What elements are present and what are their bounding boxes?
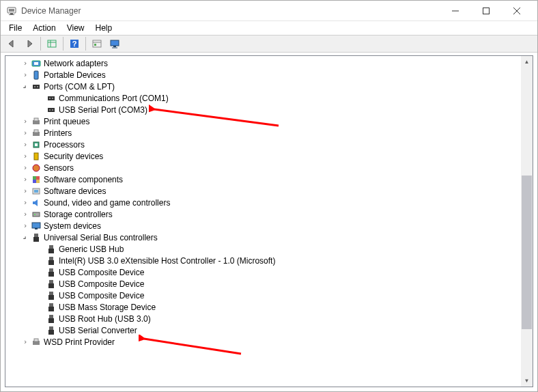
tree-node-portable-devices[interactable]: › Portable Devices <box>5 69 521 81</box>
tree-node-software-devices[interactable]: › Software devices <box>5 185 521 197</box>
svg-rect-42 <box>36 180 40 183</box>
scroll-track[interactable] <box>521 68 533 375</box>
svg-rect-62 <box>48 307 54 311</box>
svg-rect-40 <box>36 176 40 180</box>
network-icon <box>31 58 42 69</box>
svg-rect-1 <box>9 9 14 12</box>
expand-icon[interactable]: › <box>20 128 30 138</box>
expand-icon[interactable]: › <box>20 163 30 173</box>
help-button[interactable]: ? <box>66 36 83 51</box>
maximize-button[interactable] <box>470 1 501 20</box>
svg-rect-64 <box>48 318 54 323</box>
tree-node-usb-controllers[interactable]: › Universal Serial Bus controllers <box>5 232 521 243</box>
device-tree[interactable]: › Network adapters › Portable Devices › … <box>5 56 521 387</box>
toolbar-separator <box>85 37 86 51</box>
svg-rect-32 <box>34 118 38 121</box>
svg-rect-15 <box>94 44 96 46</box>
printer-icon <box>31 337 42 348</box>
show-hide-tree-button[interactable] <box>44 36 60 51</box>
tree-node-software-components[interactable]: › Software components <box>5 173 521 185</box>
svg-rect-60 <box>48 295 54 300</box>
tree-node-usb-serial-converter[interactable]: · USB Serial Converter <box>5 324 521 336</box>
expand-icon[interactable]: › <box>20 186 30 196</box>
svg-rect-22 <box>33 85 40 89</box>
node-label: Processors <box>44 140 85 150</box>
tree-panel: › Network adapters › Portable Devices › … <box>5 55 533 387</box>
node-label: Sound, video and game controllers <box>44 198 170 208</box>
scroll-down-button[interactable]: ▼ <box>521 375 533 387</box>
expand-icon[interactable]: › <box>20 70 30 80</box>
tree-node-generic-hub[interactable]: · Generic USB Hub <box>5 243 521 255</box>
menu-file[interactable]: File <box>3 22 27 34</box>
node-label: Printers <box>44 128 72 138</box>
expand-icon[interactable]: › <box>20 140 30 150</box>
tree-node-usb-composite1[interactable]: · USB Composite Device <box>5 266 521 278</box>
expand-icon[interactable]: › <box>20 175 30 184</box>
node-label: Generic USB Hub <box>59 244 124 254</box>
tree-node-printers[interactable]: › Printers <box>5 127 521 139</box>
tree-node-wsd[interactable]: › WSD Print Provider <box>5 336 521 348</box>
svg-rect-17 <box>113 46 116 47</box>
tree-node-storage-controllers[interactable]: › Storage controllers <box>5 208 521 220</box>
collapse-icon[interactable]: › <box>18 80 32 94</box>
expand-icon[interactable]: › <box>20 198 30 208</box>
expand-icon[interactable]: › <box>20 152 30 161</box>
node-label: Communications Port (COM1) <box>59 94 169 103</box>
svg-rect-49 <box>34 234 38 237</box>
scroll-thumb[interactable] <box>522 176 532 329</box>
tree-node-usb-mass-storage[interactable]: · USB Mass Storage Device <box>5 301 521 313</box>
tree-node-usb-composite3[interactable]: · USB Composite Device <box>5 290 521 301</box>
close-button[interactable] <box>501 1 532 20</box>
node-label: Security devices <box>44 152 103 161</box>
svg-rect-25 <box>48 96 55 100</box>
menu-help[interactable]: Help <box>90 22 118 34</box>
tree-node-print-queues[interactable]: › Print queues <box>5 115 521 127</box>
tree-node-ports[interactable]: › Ports (COM & LPT) <box>5 81 521 92</box>
sensor-icon <box>31 163 42 173</box>
menu-view[interactable]: View <box>61 22 90 34</box>
node-label: Storage controllers <box>44 210 113 219</box>
storage-icon <box>31 209 42 220</box>
node-label: Universal Serial Bus controllers <box>44 233 158 242</box>
node-label: USB Mass Storage Device <box>59 303 156 312</box>
tree-node-security-devices[interactable]: › Security devices <box>5 150 521 162</box>
system-icon <box>31 221 42 232</box>
minimize-button[interactable] <box>440 1 470 20</box>
tree-node-usb-serial-port[interactable]: · USB Serial Port (COM3) <box>5 104 521 115</box>
expand-icon[interactable]: › <box>20 221 30 231</box>
svg-point-46 <box>34 214 36 215</box>
tree-node-usb-root-hub[interactable]: · USB Root Hub (USB 3.0) <box>5 313 521 324</box>
tree-node-system-devices[interactable]: › System devices <box>5 220 521 232</box>
tree-node-processors[interactable]: › Processors <box>5 139 521 150</box>
node-label: Software components <box>44 175 123 184</box>
expand-icon[interactable]: › <box>20 59 30 68</box>
port-icon <box>46 104 57 115</box>
scroll-up-button[interactable]: ▲ <box>521 56 533 68</box>
node-label: USB Composite Device <box>59 291 144 300</box>
software-icon <box>31 174 42 185</box>
svg-point-24 <box>37 86 38 87</box>
tree-node-intel-xhci[interactable]: · Intel(R) USB 3.0 eXtensible Host Contr… <box>5 255 521 266</box>
back-button[interactable] <box>3 36 20 51</box>
tree-node-com-port[interactable]: · Communications Port (COM1) <box>5 92 521 104</box>
menu-action[interactable]: Action <box>27 22 61 34</box>
node-label: Network adapters <box>44 59 108 68</box>
collapse-icon[interactable]: › <box>18 231 32 244</box>
vertical-scrollbar[interactable]: ▲ ▼ <box>521 56 533 387</box>
tree-node-sound[interactable]: › Sound, video and game controllers <box>5 197 521 208</box>
printer-icon <box>31 116 42 127</box>
tree-node-usb-composite2[interactable]: · USB Composite Device <box>5 278 521 290</box>
svg-rect-28 <box>48 108 55 112</box>
scan-hardware-button[interactable] <box>89 36 105 51</box>
window-controls <box>440 1 532 20</box>
expand-icon[interactable]: › <box>20 117 30 126</box>
tree-node-network-adapters[interactable]: › Network adapters <box>5 57 521 69</box>
expand-icon[interactable]: › <box>20 210 30 219</box>
tree-node-sensors[interactable]: › Sensors <box>5 162 521 173</box>
software-icon <box>31 186 42 197</box>
expand-icon[interactable]: › <box>20 337 30 347</box>
toolbar-separator <box>40 37 41 51</box>
monitor-icon-button[interactable] <box>107 36 123 51</box>
forward-button[interactable] <box>21 36 38 51</box>
svg-rect-57 <box>49 280 53 283</box>
